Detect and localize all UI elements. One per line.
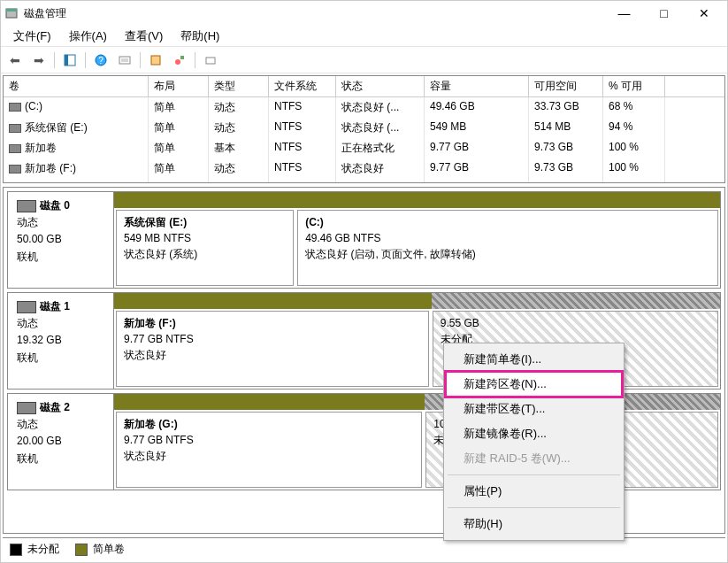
disk-icon bbox=[17, 402, 36, 414]
svg-rect-1 bbox=[6, 9, 17, 12]
col-capacity[interactable]: 容量 bbox=[425, 76, 529, 96]
svg-point-10 bbox=[175, 59, 180, 65]
table-row[interactable]: 新加卷 (G:)简单动态NTFS状态良好9.77 GB9.73 GB100 % bbox=[4, 179, 724, 182]
cm-separator-2 bbox=[448, 507, 620, 508]
legend-swatch-simple bbox=[75, 544, 88, 556]
titlebar: 磁盘管理 — □ ✕ bbox=[1, 1, 727, 26]
volume-icon bbox=[9, 165, 21, 174]
volume-icon bbox=[9, 144, 21, 153]
table-header: 卷 布局 类型 文件系统 状态 容量 可用空间 % 可用 bbox=[4, 76, 724, 97]
cm-new-simple-volume[interactable]: 新建简单卷(I)... bbox=[446, 347, 622, 372]
cm-new-raid5-volume: 新建 RAID-5 卷(W)... bbox=[446, 446, 622, 471]
menu-action[interactable]: 操作(A) bbox=[60, 27, 116, 46]
svg-text:?: ? bbox=[98, 56, 103, 66]
window-title: 磁盘管理 bbox=[24, 6, 604, 21]
svg-rect-11 bbox=[180, 56, 184, 59]
col-fs[interactable]: 文件系统 bbox=[269, 76, 336, 96]
context-menu: 新建简单卷(I)... 新建跨区卷(N)... 新建带区卷(T)... 新建镜像… bbox=[443, 343, 625, 541]
col-volume[interactable]: 卷 bbox=[4, 76, 149, 96]
volume-table: 卷 布局 类型 文件系统 状态 容量 可用空间 % 可用 (C:)简单动态NTF… bbox=[3, 75, 725, 183]
table-row[interactable]: 系统保留 (E:)简单动态NTFS状态良好 (...549 MB514 MB94… bbox=[4, 118, 724, 138]
disk-icon bbox=[17, 301, 36, 313]
disk-row: 磁盘 0动态50.00 GB联机系统保留 (E:)549 MB NTFS状态良好… bbox=[7, 191, 721, 289]
help-button[interactable]: ? bbox=[90, 50, 111, 70]
col-layout[interactable]: 布局 bbox=[149, 76, 209, 96]
cm-help[interactable]: 帮助(H) bbox=[446, 512, 622, 536]
col-status[interactable]: 状态 bbox=[336, 76, 425, 96]
col-pct[interactable]: % 可用 bbox=[603, 76, 665, 96]
menubar: 文件(F) 操作(A) 查看(V) 帮助(H) bbox=[1, 26, 727, 47]
table-row[interactable]: 新加卷简单基本NTFS正在格式化9.77 GB9.73 GB100 % bbox=[4, 138, 724, 158]
maximize-button[interactable]: □ bbox=[644, 1, 684, 26]
table-row[interactable]: 新加卷 (F:)简单动态NTFS状态良好9.77 GB9.73 GB100 % bbox=[4, 158, 724, 179]
toolbar: ⬅ ➡ ? bbox=[1, 47, 727, 73]
close-button[interactable]: ✕ bbox=[684, 1, 724, 26]
table-row[interactable]: (C:)简单动态NTFS状态良好 (...49.46 GB33.73 GB68 … bbox=[4, 97, 724, 118]
tb-icon-3[interactable] bbox=[169, 50, 190, 70]
app-icon bbox=[4, 6, 19, 20]
menu-help[interactable]: 帮助(H) bbox=[172, 27, 228, 46]
menu-view[interactable]: 查看(V) bbox=[116, 27, 172, 46]
menu-file[interactable]: 文件(F) bbox=[4, 27, 60, 46]
partition-box[interactable]: 新加卷 (G:)9.77 GB NTFS状态良好 bbox=[116, 412, 422, 488]
col-type[interactable]: 类型 bbox=[209, 76, 269, 96]
cm-new-striped-volume[interactable]: 新建带区卷(T)... bbox=[446, 397, 622, 421]
back-button[interactable]: ⬅ bbox=[4, 50, 26, 70]
minimize-button[interactable]: — bbox=[604, 1, 644, 26]
legend-label-simple: 简单卷 bbox=[93, 542, 125, 557]
tb-icon-1[interactable] bbox=[114, 50, 135, 70]
volume-icon bbox=[9, 103, 21, 112]
disk-management-window: 磁盘管理 — □ ✕ 文件(F) 操作(A) 查看(V) 帮助(H) ⬅ ➡ ?… bbox=[0, 0, 728, 563]
partition-box[interactable]: 系统保留 (E:)549 MB NTFS状态良好 (系统) bbox=[116, 210, 294, 286]
svg-rect-6 bbox=[119, 57, 130, 64]
table-body: (C:)简单动态NTFS状态良好 (...49.46 GB33.73 GB68 … bbox=[4, 97, 724, 182]
forward-button[interactable]: ➡ bbox=[28, 50, 50, 70]
disk-icon bbox=[17, 200, 36, 212]
cm-properties[interactable]: 属性(P) bbox=[446, 479, 622, 504]
volume-icon bbox=[9, 124, 21, 133]
cm-separator-1 bbox=[448, 474, 620, 475]
partition-box[interactable]: (C:)49.46 GB NTFS状态良好 (启动, 页面文件, 故障转储) bbox=[297, 210, 718, 286]
svg-rect-12 bbox=[206, 58, 215, 64]
svg-rect-3 bbox=[65, 55, 68, 66]
legend-label-unallocated: 未分配 bbox=[27, 542, 59, 557]
cm-new-spanned-volume[interactable]: 新建跨区卷(N)... bbox=[446, 372, 622, 397]
legend-swatch-unallocated bbox=[10, 544, 22, 556]
col-free[interactable]: 可用空间 bbox=[529, 76, 603, 96]
disk-info[interactable]: 磁盘 2动态20.00 GB联机 bbox=[8, 394, 114, 490]
cm-new-mirrored-volume[interactable]: 新建镜像卷(R)... bbox=[446, 421, 622, 446]
partition-box[interactable]: 新加卷 (F:)9.77 GB NTFS状态良好 bbox=[116, 311, 429, 387]
tb-icon-4[interactable] bbox=[200, 50, 221, 70]
svg-rect-9 bbox=[151, 56, 160, 65]
disk-info[interactable]: 磁盘 1动态19.32 GB联机 bbox=[8, 293, 114, 389]
disk-info[interactable]: 磁盘 0动态50.00 GB联机 bbox=[8, 192, 114, 288]
tb-icon-2[interactable] bbox=[145, 50, 166, 70]
show-hide-button[interactable] bbox=[59, 50, 80, 70]
